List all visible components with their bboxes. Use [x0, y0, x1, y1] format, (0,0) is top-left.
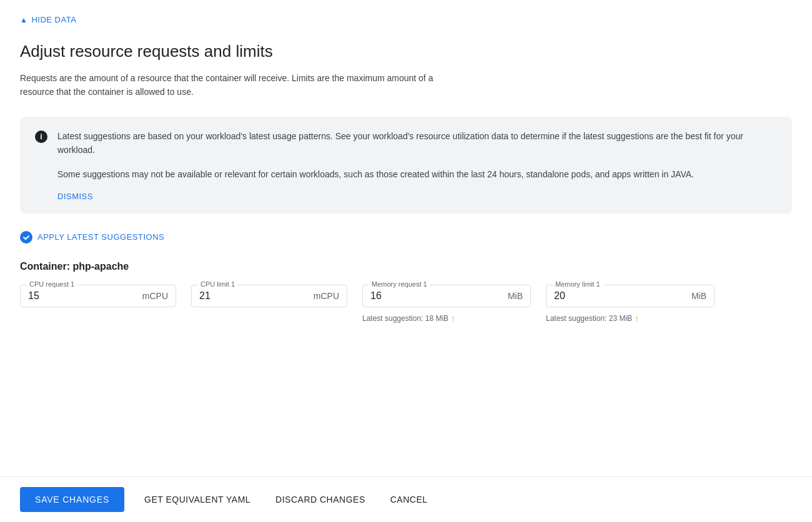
cpu-limit-input[interactable]: [199, 290, 249, 302]
info-content: Latest suggestions are based on your wor…: [57, 129, 777, 201]
memory-request-unit: MiB: [508, 291, 523, 301]
container-section: Container: php-apache CPU request 1 mCPU…: [20, 261, 792, 323]
cpu-limit-group: CPU limit 1 mCPU: [191, 285, 347, 307]
memory-request-suggestion: Latest suggestion: 18 MiB ↑: [362, 313, 531, 323]
footer: SAVE CHANGES GET EQUIVALENT YAML DISCARD…: [0, 476, 812, 522]
save-changes-button[interactable]: SAVE CHANGES: [20, 487, 124, 512]
fields-row: CPU request 1 mCPU CPU limit 1 mCPU Memo…: [20, 285, 792, 323]
cpu-request-unit: mCPU: [142, 291, 168, 301]
cpu-limit-unit: mCPU: [314, 291, 339, 301]
get-yaml-button[interactable]: GET EQUIVALENT YAML: [139, 487, 255, 512]
memory-limit-label: Memory limit 1: [553, 280, 603, 288]
hide-data-button[interactable]: ▲ HIDE DATA: [20, 15, 76, 24]
cpu-request-wrapper: CPU request 1 mCPU: [20, 285, 176, 307]
apply-suggestions-button[interactable]: APPLY LATEST SUGGESTIONS: [20, 231, 164, 244]
dismiss-button[interactable]: DISMISS: [57, 192, 93, 201]
container-name: Container: php-apache: [20, 261, 792, 272]
page-title: Adjust resource requests and limits: [20, 42, 792, 61]
cpu-request-input[interactable]: [28, 290, 78, 302]
memory-limit-group: Memory limit 1 MiB Latest suggestion: 23…: [546, 285, 715, 323]
up-arrow-icon: ↑: [451, 313, 455, 323]
memory-request-group: Memory request 1 MiB Latest suggestion: …: [362, 285, 531, 323]
page-description: Requests are the amount of a resource th…: [20, 71, 445, 99]
cpu-request-label: CPU request 1: [27, 280, 77, 288]
cpu-limit-wrapper: CPU limit 1 mCPU: [191, 285, 347, 307]
apply-suggestions-label: APPLY LATEST SUGGESTIONS: [37, 232, 164, 242]
check-circle-icon: [20, 231, 32, 244]
cpu-request-group: CPU request 1 mCPU: [20, 285, 176, 307]
cpu-limit-label: CPU limit 1: [198, 280, 237, 288]
info-box: i Latest suggestions are based on your w…: [20, 117, 792, 214]
chevron-up-icon: ▲: [20, 16, 27, 24]
discard-changes-button[interactable]: DISCARD CHANGES: [270, 487, 370, 512]
info-icon: i: [35, 130, 47, 143]
memory-request-input[interactable]: [370, 290, 420, 302]
cancel-button[interactable]: CANCEL: [385, 487, 433, 512]
memory-limit-suggestion: Latest suggestion: 23 MiB ↑: [546, 313, 715, 323]
memory-request-wrapper: Memory request 1 MiB: [362, 285, 531, 307]
hide-data-label: HIDE DATA: [31, 15, 76, 24]
memory-limit-wrapper: Memory limit 1 MiB: [546, 285, 715, 307]
info-paragraph-2: Some suggestions may not be available or…: [57, 167, 777, 181]
up-arrow-icon-2: ↑: [635, 313, 639, 323]
memory-request-label: Memory request 1: [369, 280, 430, 288]
info-paragraph-1: Latest suggestions are based on your wor…: [57, 129, 777, 157]
memory-limit-input[interactable]: [554, 290, 604, 302]
memory-limit-unit: MiB: [691, 291, 706, 301]
